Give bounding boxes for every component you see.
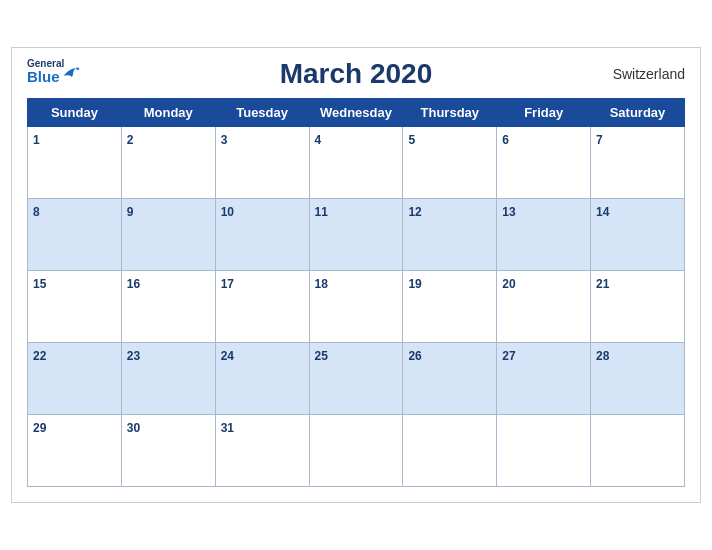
day-cell: 6 [497,127,591,199]
day-cell: 29 [28,415,122,487]
day-number: 5 [408,133,415,147]
day-cell: 18 [309,271,403,343]
day-number: 21 [596,277,609,291]
week-row-3: 15161718192021 [28,271,685,343]
day-number: 20 [502,277,515,291]
header-thursday: Thursday [403,99,497,127]
day-number: 10 [221,205,234,219]
week-row-2: 891011121314 [28,199,685,271]
day-cell: 20 [497,271,591,343]
day-number: 28 [596,349,609,363]
day-number: 29 [33,421,46,435]
day-cell: 10 [215,199,309,271]
day-number: 18 [315,277,328,291]
day-number: 31 [221,421,234,435]
day-cell: 14 [591,199,685,271]
header-friday: Friday [497,99,591,127]
day-number: 15 [33,277,46,291]
day-cell: 16 [121,271,215,343]
day-cell: 12 [403,199,497,271]
day-number: 1 [33,133,40,147]
day-number: 8 [33,205,40,219]
day-number: 17 [221,277,234,291]
day-number: 19 [408,277,421,291]
day-number: 9 [127,205,134,219]
day-cell: 5 [403,127,497,199]
month-title: March 2020 [280,58,433,90]
day-number: 27 [502,349,515,363]
day-cell: 17 [215,271,309,343]
day-cell: 27 [497,343,591,415]
day-cell: 2 [121,127,215,199]
day-cell: 31 [215,415,309,487]
week-row-5: 293031 [28,415,685,487]
day-cell [403,415,497,487]
day-cell: 11 [309,199,403,271]
bird-icon [62,66,80,84]
calendar-table: Sunday Monday Tuesday Wednesday Thursday… [27,98,685,487]
day-number: 25 [315,349,328,363]
logo: General Blue [27,58,80,84]
day-cell: 23 [121,343,215,415]
day-cell: 9 [121,199,215,271]
day-cell: 22 [28,343,122,415]
day-number: 16 [127,277,140,291]
day-number: 4 [315,133,322,147]
day-number: 24 [221,349,234,363]
calendar-container: General Blue March 2020 Switzerland Sund… [11,47,701,503]
calendar-header: General Blue March 2020 Switzerland [27,58,685,90]
day-cell: 26 [403,343,497,415]
day-cell: 7 [591,127,685,199]
day-cell: 24 [215,343,309,415]
day-number: 26 [408,349,421,363]
day-cell: 19 [403,271,497,343]
header-saturday: Saturday [591,99,685,127]
day-cell: 8 [28,199,122,271]
day-cell: 15 [28,271,122,343]
day-number: 13 [502,205,515,219]
header-monday: Monday [121,99,215,127]
header-sunday: Sunday [28,99,122,127]
day-cell [497,415,591,487]
day-cell: 1 [28,127,122,199]
day-number: 12 [408,205,421,219]
day-cell: 25 [309,343,403,415]
day-number: 30 [127,421,140,435]
day-number: 7 [596,133,603,147]
header-tuesday: Tuesday [215,99,309,127]
day-cell: 3 [215,127,309,199]
logo-blue-text: Blue [27,69,60,84]
day-cell: 30 [121,415,215,487]
week-row-4: 22232425262728 [28,343,685,415]
day-cell [309,415,403,487]
day-number: 3 [221,133,228,147]
day-number: 6 [502,133,509,147]
weekday-header-row: Sunday Monday Tuesday Wednesday Thursday… [28,99,685,127]
day-number: 2 [127,133,134,147]
day-cell: 13 [497,199,591,271]
day-cell [591,415,685,487]
day-number: 14 [596,205,609,219]
day-number: 11 [315,205,328,219]
header-wednesday: Wednesday [309,99,403,127]
week-row-1: 1234567 [28,127,685,199]
day-cell: 4 [309,127,403,199]
day-number: 23 [127,349,140,363]
day-cell: 21 [591,271,685,343]
country-label: Switzerland [613,66,685,82]
day-number: 22 [33,349,46,363]
day-cell: 28 [591,343,685,415]
